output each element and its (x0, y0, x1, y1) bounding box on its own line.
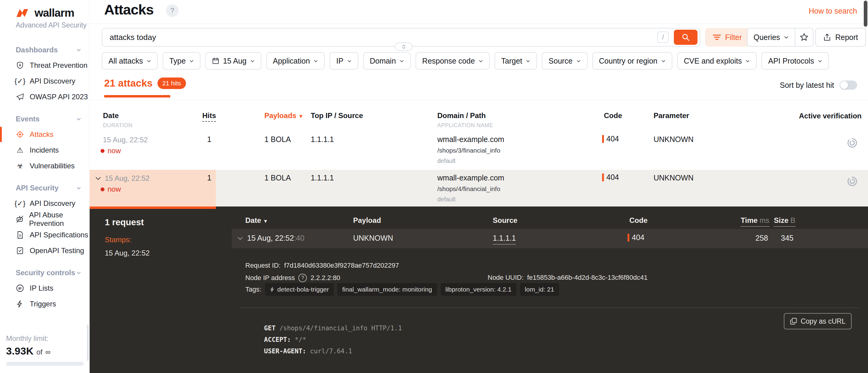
sidebar-item-ip-lists[interactable]: IP IP Lists (0, 280, 89, 296)
node-uuid-line: Node UUID:fe15853b-a66b-4d2d-8c3c-13cf6f… (488, 274, 648, 282)
col-domain: Domain / Path APPLICATION NAME (437, 112, 486, 120)
chevron-down-icon (526, 59, 530, 63)
results-tab[interactable]: 21 attacks 21 hits (104, 77, 186, 89)
chevron-down-icon (76, 116, 82, 122)
chip-application[interactable]: Application (266, 52, 325, 70)
chip-type[interactable]: Type (163, 52, 200, 70)
document-icon (16, 231, 24, 239)
row-recency: now (100, 185, 121, 193)
sidebar-item-api-discovery-2[interactable]: {✓} API Discovery (0, 195, 89, 211)
help-icon[interactable]: ? (166, 4, 179, 17)
sidebar-item-api-abuse-prevention[interactable]: API Abuse Prevention (0, 211, 89, 227)
tag-lom-id[interactable]: lom_id: 21 (520, 283, 559, 296)
wallarm-logo[interactable]: wallarm (15, 7, 74, 20)
col-active-verification: Active verification (799, 112, 860, 121)
sort-label: Sort by latest hit (780, 81, 834, 90)
sort-desc-icon: ▼ (298, 114, 304, 119)
biohazard-icon: ☣ (16, 162, 24, 170)
chip-all-attacks[interactable]: All attacks (102, 52, 158, 70)
sidebar-item-api-discovery[interactable]: {✓} API Discovery (0, 73, 89, 89)
shortcut-key-badge: / (657, 31, 669, 43)
chip-cve[interactable]: CVE and exploits (677, 52, 757, 70)
row-hits: 1 (207, 174, 211, 182)
search-input[interactable] (110, 30, 649, 44)
how-to-search-link[interactable]: How to search (809, 7, 857, 15)
col-payloads[interactable]: Payloads ▼ (265, 112, 304, 120)
section-api-security[interactable]: API Security (16, 183, 82, 193)
chip-ip[interactable]: IP (330, 52, 358, 70)
tag-libproton-version[interactable]: libproton_version: 4.2.1 (441, 283, 516, 296)
paper-plane-icon (16, 93, 24, 101)
request-payload: UNKNOWN (353, 234, 393, 243)
status-color-bar (602, 174, 604, 181)
chevron-down-icon (76, 270, 82, 276)
active-verification-spinner-icon[interactable] (845, 175, 859, 188)
section-security-controls[interactable]: Security controls (16, 268, 82, 278)
queries-button[interactable]: Queries (747, 28, 795, 46)
chevron-down-icon (400, 59, 404, 63)
export-icon (823, 33, 831, 41)
dcol-time[interactable]: Time ms (741, 216, 769, 225)
request-row[interactable] (232, 229, 868, 248)
copy-as-curl-button[interactable]: Copy as cURL (784, 313, 851, 330)
sidebar-item-threat-prevention[interactable]: Threat Prevention (0, 58, 89, 73)
col-parameter: Parameter (654, 112, 689, 120)
ip-circle-icon: IP (16, 284, 24, 292)
chevron-down-icon (661, 59, 666, 63)
report-button[interactable]: Report (815, 28, 866, 46)
row-application: default (437, 157, 456, 164)
row-date: 15 Aug, 22:52 (105, 174, 150, 183)
sidebar-item-attacks[interactable]: Attacks (0, 127, 89, 142)
tag-final-wallarm-mode[interactable]: final_wallarm_mode: monitoring (337, 283, 437, 296)
sidebar-item-incidents[interactable]: ⚠ Incidents (0, 142, 89, 158)
row-application: default (437, 196, 456, 203)
window-scrollbar-thumb[interactable] (864, 1, 867, 27)
chip-source[interactable]: Source (542, 52, 587, 70)
sidebar-item-api-specifications[interactable]: API Specifications (0, 227, 89, 243)
row-code: 404 (602, 134, 619, 143)
dcol-date[interactable]: Date ▼ (245, 216, 268, 225)
chip-target[interactable]: Target (495, 52, 537, 70)
chip-country[interactable]: Country or region (592, 52, 672, 70)
filter-button[interactable]: Filter (705, 28, 750, 46)
active-verification-spinner-icon[interactable] (845, 136, 859, 150)
chevron-down-icon (784, 35, 789, 40)
tag-detect-bola-trigger[interactable]: detect-bola-trigger (265, 283, 334, 296)
col-date: Date DURATION (103, 112, 119, 120)
sort-toggle[interactable] (840, 81, 857, 90)
wallarm-logo-icon (15, 7, 31, 19)
chip-domain[interactable]: Domain (363, 52, 411, 70)
request-source[interactable]: 1.1.1.1 (493, 234, 516, 243)
favorite-query-button[interactable] (795, 28, 813, 46)
row-parameter: UNKNOWN (654, 174, 693, 182)
chip-response-code[interactable]: Response code (415, 52, 490, 70)
sidebar: wallarm Advanced API Security Dashboards… (0, 0, 90, 373)
sidebar-item-openapi-testing[interactable]: OpenAPI Testing (0, 243, 89, 258)
sidebar-item-triggers[interactable]: Triggers (0, 296, 89, 312)
lightning-icon (16, 300, 24, 308)
section-dashboards[interactable]: Dashboards (16, 45, 82, 55)
col-hits[interactable]: Hits (202, 112, 216, 120)
question-circle-icon[interactable]: ? (298, 274, 307, 282)
search-expand-handle[interactable] (395, 42, 412, 51)
calendar-icon (212, 57, 219, 64)
sidebar-item-owasp-api[interactable]: OWASP API 2023 (0, 89, 89, 105)
sidebar-item-vulnerabilities[interactable]: ☣ Vulnerabilities (0, 158, 89, 174)
shield-bolt-icon (16, 61, 24, 69)
attacks-count: 21 attacks (104, 77, 153, 89)
search-button[interactable] (674, 30, 698, 45)
request-date: 15 Aug, 22:52:40 (247, 234, 304, 243)
row-payloads: 1 BOLA (265, 174, 291, 182)
dcol-size[interactable]: Size B (774, 216, 795, 225)
table-row-selected[interactable]: 15 Aug, 22:52 now 1 1 BOLA 1.1.1.1 wmall… (90, 170, 868, 207)
chip-api-protocols[interactable]: API Protocols (762, 52, 829, 70)
chevron-down-icon[interactable] (94, 175, 102, 182)
chevron-down-icon (147, 59, 151, 63)
chip-date[interactable]: 15 Aug (205, 52, 261, 70)
table-row[interactable]: 15 Aug, 22:52 now 1 1 BOLA 1.1.1.1 wmall… (90, 131, 868, 170)
chevron-down-icon[interactable] (237, 235, 244, 242)
section-events[interactable]: Events (16, 114, 82, 124)
status-color-bar (627, 234, 629, 242)
sidebar-scrollbar[interactable] (87, 324, 89, 361)
row-path: /shops/4/financial_info (437, 185, 500, 192)
